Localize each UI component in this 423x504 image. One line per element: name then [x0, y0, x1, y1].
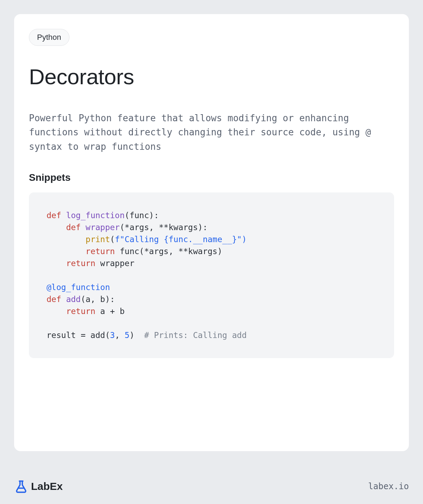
code-text: result = add(	[47, 331, 110, 340]
fn-name: wrapper	[86, 223, 120, 232]
site-url: labex.io	[368, 481, 409, 491]
kw-return: return	[86, 247, 120, 256]
kw-return: return	[66, 307, 100, 316]
kw-def: def	[47, 295, 66, 304]
string-lit: f"Calling	[115, 235, 164, 244]
builtin-print: print	[86, 235, 110, 244]
content-card: Python Decorators Powerful Python featur…	[14, 14, 409, 451]
code-text: (	[110, 235, 115, 244]
kw-return: return	[66, 259, 100, 268]
page-title: Decorators	[29, 64, 394, 89]
decorator: @log_function	[47, 283, 110, 292]
brand-logo: LabEx	[14, 479, 63, 493]
number: 3	[110, 331, 115, 340]
kw-def: def	[66, 223, 85, 232]
description: Powerful Python feature that allows modi…	[29, 111, 394, 154]
fn-name: log_function	[66, 211, 124, 220]
code-text: (*args, **kwargs):	[120, 223, 208, 232]
code-text: ,	[115, 331, 125, 340]
code-text: )	[129, 331, 144, 340]
code-text: func(*args, **kwargs)	[120, 247, 222, 256]
code-text: wrapper	[100, 259, 134, 268]
code-text: (func):	[125, 211, 159, 220]
fn-name: add	[66, 295, 81, 304]
kw-def: def	[47, 211, 66, 220]
number: 5	[125, 331, 130, 340]
code-text: (a, b):	[81, 295, 115, 304]
language-tag: Python	[29, 29, 69, 46]
comment: # Prints: Calling add	[144, 331, 247, 340]
snippets-heading: Snippets	[29, 172, 394, 183]
flask-icon	[14, 479, 28, 493]
brand-name: LabEx	[31, 480, 63, 492]
code-snippet: def log_function(func): def wrapper(*arg…	[29, 192, 394, 358]
footer: LabEx labex.io	[14, 479, 409, 493]
code-text: a + b	[100, 307, 124, 316]
string-interp: {func.__name__}	[164, 235, 237, 244]
string-lit: ")	[237, 235, 247, 244]
